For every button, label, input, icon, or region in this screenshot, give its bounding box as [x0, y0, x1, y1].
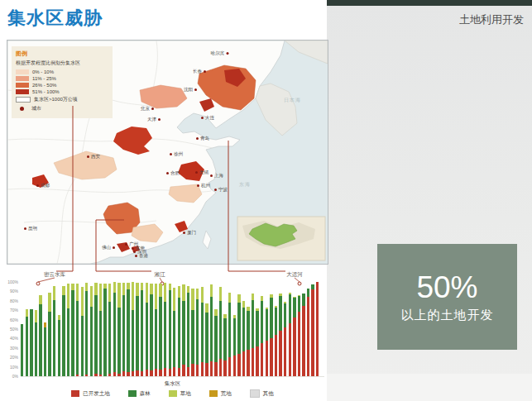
city-label: 徐州: [174, 151, 183, 157]
stacked-bar: [146, 283, 148, 376]
bar-segment: [187, 286, 189, 293]
city-label: 西安: [91, 154, 100, 160]
bar-segment: [146, 370, 148, 376]
city-marker-天津: 天津: [146, 117, 161, 122]
bar-segment: [266, 309, 268, 341]
city-label: 长春: [193, 69, 202, 74]
legend-label: 集水区>1000万公顷: [34, 96, 78, 103]
bar-segment: [76, 284, 79, 301]
bar-segment: [201, 287, 204, 303]
stacked-bar: [71, 284, 74, 376]
y-tick-label: 10%: [2, 365, 18, 370]
bar-segment: [178, 368, 180, 376]
city-dot-icon: [24, 227, 26, 230]
bar-segment: [191, 364, 194, 376]
highlight-caption: 以上的土地开发: [401, 308, 494, 323]
map-legend-item: 集水区>1000万公顷: [16, 96, 108, 103]
bar-segment: [164, 368, 166, 376]
highlight-stat-box: 50% 以上的土地开发: [377, 244, 517, 350]
bar-segment: [122, 295, 125, 371]
bar-segment: [122, 371, 125, 376]
bar-segment: [178, 298, 180, 367]
city-label: 沈阳: [184, 87, 193, 93]
bar-segment: [219, 287, 222, 301]
bar-segment: [90, 286, 93, 307]
city-marker-香港: 香港: [135, 253, 150, 259]
city-dot-icon: [158, 118, 161, 121]
bar-segment: [62, 295, 65, 376]
stacked-bar: [205, 303, 208, 376]
stacked-bar: [178, 286, 180, 376]
bar-segment: [205, 363, 208, 376]
y-tick-label: 0%: [2, 374, 18, 379]
city-marker-厦门: 厦门: [183, 230, 198, 236]
bar-segment: [279, 331, 281, 376]
bar-segment: [178, 286, 180, 298]
city-label: 天津: [147, 117, 156, 122]
bar-segment: [223, 318, 226, 360]
bar-segment: [205, 303, 208, 312]
bar-segment: [48, 293, 50, 313]
bar-segment: [214, 362, 217, 376]
bar-segment: [182, 365, 185, 376]
y-tick-label: 100%: [2, 279, 18, 284]
legend-label: 26% - 50%: [32, 83, 56, 88]
stacked-bar: [293, 297, 295, 376]
bar-segment: [289, 294, 291, 323]
bar-segment: [242, 308, 245, 352]
stacked-bar: [67, 284, 69, 376]
stacked-bar: [279, 294, 281, 376]
map-legend-title: 图例: [16, 50, 108, 58]
bar-segment: [67, 284, 69, 308]
bar-segment: [247, 311, 249, 350]
stacked-bar: [302, 294, 304, 376]
bar-segment: [214, 309, 217, 316]
bar-segment: [94, 283, 97, 295]
city-dot-icon: [125, 243, 127, 246]
bar-segment: [252, 300, 254, 348]
city-dot-icon: [201, 117, 204, 119]
bar-segment: [117, 283, 120, 308]
callout-label: 湘江: [155, 271, 165, 279]
bar-segment: [275, 308, 277, 335]
bar-segment: [169, 284, 171, 290]
bar-segment: [159, 284, 161, 297]
stacked-bar: [233, 315, 236, 376]
stacked-bar: [237, 294, 240, 376]
stacked-bar: [223, 314, 226, 376]
bar-segment: [94, 295, 97, 374]
china-watershed-map: 图例 根据开发程度比例划分集水区 0% - 10%11% - 25%26% - …: [7, 40, 328, 265]
city-dot-icon: [195, 171, 198, 174]
bar-segment: [191, 289, 194, 310]
bar-segment: [127, 372, 129, 376]
bar-segment: [279, 296, 281, 331]
bar-segment: [252, 294, 254, 300]
infographic-canvas: 集水区威胁 土地利用开发: [0, 0, 532, 401]
bar-segment: [261, 343, 263, 376]
legend-swatch-dot: [20, 107, 24, 111]
city-marker-大连: 大连: [201, 115, 216, 121]
bar-segment: [39, 295, 41, 304]
city-dot-icon: [151, 107, 154, 110]
city-dot-icon: [214, 189, 217, 191]
stacked-bar: [117, 283, 120, 376]
legend-swatch-swatch: [16, 89, 29, 94]
bar-segment: [76, 301, 79, 375]
bar-segment: [141, 283, 143, 290]
bar-segment: [205, 313, 208, 364]
bar-segment: [270, 338, 272, 376]
map-legend-item: 26% - 50%: [16, 83, 108, 88]
top-dark-bar: [327, 0, 532, 6]
map-legend-item: 51% - 100%: [16, 89, 108, 94]
bar-segment: [169, 369, 171, 376]
stacked-bar: [76, 284, 79, 376]
right-background-footer: [327, 374, 532, 401]
bar-segment: [81, 316, 84, 376]
bar-segment: [298, 296, 300, 312]
stacked-bar: [242, 301, 245, 376]
bar-segment: [293, 317, 295, 376]
stacked-bar: [164, 283, 166, 376]
chart-legend-swatch: [169, 390, 177, 397]
stacked-bar: [103, 284, 106, 376]
stacked-bar: [173, 288, 175, 376]
